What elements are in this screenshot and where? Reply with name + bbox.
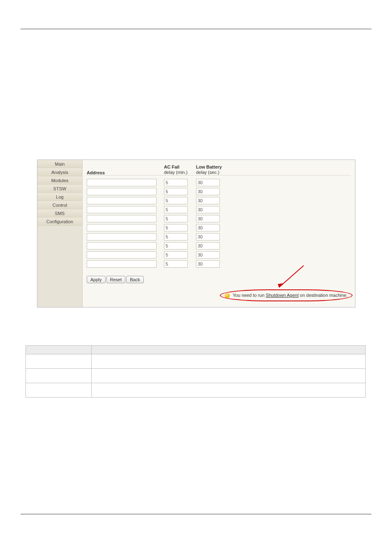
sidebar-item-analysis[interactable]: Analysis xyxy=(37,168,82,176)
ac-fail-input[interactable] xyxy=(164,233,188,240)
description-table xyxy=(25,345,366,398)
low-battery-input[interactable] xyxy=(196,215,220,222)
low-battery-input[interactable] xyxy=(196,206,220,213)
sidebar-item-configuration[interactable]: Configuration xyxy=(37,217,82,226)
header-address: Address xyxy=(87,170,164,175)
back-button[interactable]: Back xyxy=(126,276,143,283)
note-prefix: You need to run xyxy=(233,293,265,298)
svg-marker-1 xyxy=(278,283,283,287)
shutdown-agent-link[interactable]: Shutdown Agent xyxy=(266,293,299,298)
header-lb-bold: Low Battery xyxy=(196,164,222,169)
lightbulb-icon xyxy=(225,293,230,298)
table-row xyxy=(87,241,351,250)
table-row xyxy=(87,232,351,241)
address-input[interactable] xyxy=(87,260,157,268)
low-battery-input[interactable] xyxy=(196,188,220,195)
address-input[interactable] xyxy=(87,224,157,231)
table-row xyxy=(87,178,351,187)
table-header: Address AC Fail delay (min.) Low Battery… xyxy=(87,162,351,176)
desc-cell-item xyxy=(26,383,92,398)
desc-cell-desc xyxy=(92,383,366,398)
desc-row xyxy=(26,354,366,369)
ac-fail-input[interactable] xyxy=(164,215,188,222)
sidebar-item-log[interactable]: Log xyxy=(37,193,82,201)
desc-header-item xyxy=(26,346,92,354)
address-input[interactable] xyxy=(87,242,157,250)
header-ac-bold: AC Fail xyxy=(164,164,180,169)
sidebar-item-stsw[interactable]: STSW xyxy=(37,185,82,193)
header-low-battery: Low Battery delay (sec.) xyxy=(196,164,228,175)
page-bottom-rule xyxy=(21,514,371,514)
low-battery-input[interactable] xyxy=(196,179,220,186)
low-battery-input[interactable] xyxy=(196,260,220,268)
address-input[interactable] xyxy=(87,188,157,195)
desc-cell-item xyxy=(26,354,92,369)
page-top-rule xyxy=(21,29,371,29)
address-input[interactable] xyxy=(87,179,157,186)
reset-button[interactable]: Reset xyxy=(106,276,126,283)
low-battery-input[interactable] xyxy=(196,242,220,250)
app-panel: Main Analysis Modules STSW Log Control S… xyxy=(37,160,355,308)
low-battery-input[interactable] xyxy=(196,224,220,231)
ac-fail-input[interactable] xyxy=(164,188,188,195)
table-row xyxy=(87,259,351,268)
desc-cell-item xyxy=(26,369,92,383)
ac-fail-input[interactable] xyxy=(164,224,188,231)
table-row xyxy=(87,187,351,196)
desc-cell-desc xyxy=(92,354,366,369)
ac-fail-input[interactable] xyxy=(164,206,188,213)
sidebar: Main Analysis Modules STSW Log Control S… xyxy=(37,160,83,307)
desc-cell-desc xyxy=(92,369,366,383)
header-ac-sub: delay (min.) xyxy=(164,170,187,175)
table-row xyxy=(87,196,351,205)
header-ac-fail: AC Fail delay (min.) xyxy=(164,164,196,175)
low-battery-input[interactable] xyxy=(196,251,220,259)
desc-row xyxy=(26,383,366,398)
button-row: Apply Reset Back xyxy=(87,276,351,283)
address-input[interactable] xyxy=(87,233,157,240)
table-row xyxy=(87,214,351,223)
main-content: Address AC Fail delay (min.) Low Battery… xyxy=(83,160,355,307)
ac-fail-input[interactable] xyxy=(164,197,188,204)
desc-header-desc xyxy=(92,346,366,354)
apply-button[interactable]: Apply xyxy=(87,276,106,283)
header-lb-sub: delay (sec.) xyxy=(196,170,219,175)
address-input[interactable] xyxy=(87,251,157,259)
ac-fail-input[interactable] xyxy=(164,251,188,259)
low-battery-input[interactable] xyxy=(196,233,220,240)
sidebar-item-sms[interactable]: SMS xyxy=(37,209,82,217)
address-input[interactable] xyxy=(87,206,157,213)
sidebar-item-control[interactable]: Control xyxy=(37,201,82,209)
desc-row xyxy=(26,369,366,383)
note-suffix: on destination machine. xyxy=(299,293,348,298)
sidebar-item-modules[interactable]: Modules xyxy=(37,176,82,185)
table-row xyxy=(87,205,351,214)
address-input[interactable] xyxy=(87,197,157,204)
low-battery-input[interactable] xyxy=(196,197,220,204)
ac-fail-input[interactable] xyxy=(164,260,188,268)
shutdown-agent-note: You need to run Shutdown Agent on destin… xyxy=(220,289,353,301)
ac-fail-input[interactable] xyxy=(164,242,188,250)
table-row xyxy=(87,223,351,232)
address-input[interactable] xyxy=(87,215,157,222)
table-row xyxy=(87,250,351,259)
sidebar-item-main[interactable]: Main xyxy=(37,160,82,168)
ac-fail-input[interactable] xyxy=(164,179,188,186)
